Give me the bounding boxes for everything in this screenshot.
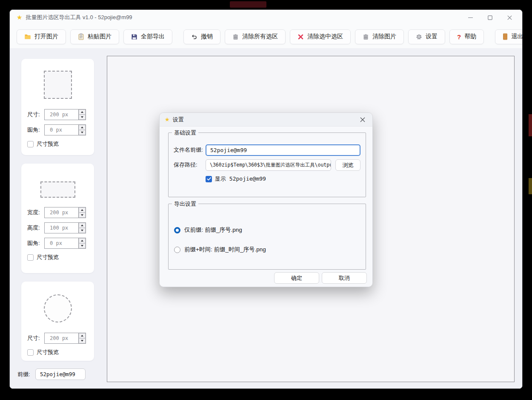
circle-shape-preview (44, 294, 72, 322)
button-label: 撤销 (201, 33, 213, 40)
spin-up-button[interactable] (79, 238, 86, 243)
dialog-star-icon: ★ (165, 116, 170, 123)
close-button[interactable] (503, 12, 516, 23)
spin-down-button[interactable] (79, 338, 86, 343)
settings-button[interactable]: 设置 (408, 29, 445, 44)
save-path-label: 保存路径: (174, 159, 197, 170)
radius-row: 圆角: (27, 238, 88, 249)
spin-down-button[interactable] (79, 130, 86, 135)
show-credit-checkbox[interactable]: 显示 52pojie@m99 (206, 175, 266, 183)
trash-icon (232, 34, 239, 40)
undo-button[interactable]: 撤销 (183, 29, 220, 44)
clear-image-button[interactable]: 清除图片 (355, 29, 404, 44)
screen: ★ 批量图片选区导出工具 v1.0 - 52pojie@m99 打开图片 (0, 0, 532, 400)
save-path-input[interactable] (206, 159, 331, 171)
button-label: 设置 (426, 33, 438, 40)
spin-down-button[interactable] (79, 213, 86, 218)
clear-selected-selection-button[interactable]: 清除选中选区 (290, 29, 351, 44)
app-star-icon: ★ (17, 14, 22, 21)
radius-spinner (44, 238, 86, 249)
radius-label: 圆角: (27, 239, 44, 247)
filename-prefix-input[interactable] (206, 144, 360, 156)
browse-button[interactable]: 浏览 (335, 159, 360, 171)
window-controls (463, 10, 516, 25)
export-settings-group: 导出设置 仅前缀: 前缀_序号.png 前缀+时间: 前缀_时间_序号.png (168, 204, 366, 270)
prefix-time-radio[interactable]: 前缀+时间: 前缀_时间_序号.png (174, 246, 266, 253)
size-label: 尺寸: (27, 334, 44, 342)
radio-selected-icon[interactable] (174, 227, 180, 233)
button-label: 清除图片 (372, 33, 396, 40)
dialog-close-button[interactable] (357, 115, 368, 125)
checkbox-box[interactable] (27, 349, 34, 356)
radio-label: 仅前缀: 前缀_序号.png (184, 226, 242, 234)
open-image-button[interactable]: 打开图片 (17, 29, 66, 44)
window-title: 批量图片选区导出工具 v1.0 - 52pojie@m99 (26, 14, 132, 21)
spin-up-button[interactable] (79, 223, 86, 228)
size-preview-checkbox[interactable]: 尺寸预览 (27, 253, 88, 261)
red-x-icon (297, 34, 304, 40)
size-label: 尺寸: (27, 111, 44, 118)
spin-up-button[interactable] (79, 333, 86, 338)
checkbox-checked-box[interactable] (206, 176, 212, 182)
trash-icon (363, 34, 369, 40)
size-spinner (44, 109, 86, 120)
checkbox-box[interactable] (27, 141, 34, 147)
height-input[interactable] (45, 223, 78, 233)
ok-button[interactable]: 确定 (274, 272, 319, 284)
cancel-button[interactable]: 取消 (322, 272, 367, 284)
height-row: 高度: (27, 222, 88, 233)
button-label: 全部导出 (141, 33, 165, 40)
size-preview-checkbox[interactable]: 尺寸预览 (27, 348, 88, 356)
square-selection-panel: 尺寸: 圆角: 尺寸预览 (21, 59, 94, 155)
spin-down-button[interactable] (79, 115, 86, 120)
radius-row: 圆角: (27, 124, 88, 135)
size-input[interactable] (45, 109, 78, 120)
spin-up-button[interactable] (79, 207, 86, 213)
dialog-titlebar: ★ 设置 (160, 113, 372, 127)
basic-settings-group: 基础设置 文件名前缀: 保存路径: 浏览 显示 52pojie@m99 (168, 132, 366, 197)
button-label: 粘贴图片 (88, 33, 112, 40)
spin-up-button[interactable] (79, 109, 86, 115)
question-icon: ? (457, 34, 461, 40)
minimize-button[interactable] (463, 12, 477, 23)
spin-down-button[interactable] (79, 243, 86, 248)
size-spinner (44, 333, 86, 344)
radio-unselected-icon[interactable] (174, 247, 180, 253)
radius-label: 圆角: (27, 126, 44, 134)
desktop-artifact (529, 114, 532, 136)
paste-image-button[interactable]: 粘贴图片 (70, 29, 119, 44)
radius-input[interactable] (45, 238, 78, 248)
exit-button[interactable]: 退出 (495, 29, 523, 44)
checkbox-label: 尺寸预览 (37, 140, 59, 148)
export-all-button[interactable]: 全部导出 (123, 29, 172, 44)
prefix-row: 前缀: (17, 368, 86, 380)
maximize-button[interactable] (483, 12, 497, 23)
height-label: 高度: (27, 224, 44, 232)
rectangle-selection-panel: 宽度: 高度: 圆角: (21, 164, 94, 273)
prefix-input[interactable] (35, 368, 86, 380)
help-button[interactable]: ? 帮助 (449, 29, 484, 44)
radius-spinner (44, 124, 86, 135)
save-icon (131, 34, 137, 40)
desktop-artifact (230, 1, 266, 8)
size-row: 尺寸: (27, 109, 88, 120)
spin-down-button[interactable] (79, 228, 86, 233)
folder-icon (24, 33, 31, 40)
button-label: 清除所有选区 (242, 33, 278, 40)
settings-dialog: ★ 设置 基础设置 文件名前缀: 保存路径: 浏览 显示 52pojie@ (159, 112, 373, 287)
gear-icon (416, 34, 422, 40)
checkbox-box[interactable] (27, 254, 34, 261)
button-label: 帮助 (464, 33, 476, 40)
toolbar: 打开图片 粘贴图片 全部导出 撤销 清除所有选区 清除选中选区 (10, 25, 522, 48)
spin-up-button[interactable] (79, 125, 86, 130)
size-input[interactable] (45, 333, 78, 343)
radius-input[interactable] (45, 125, 78, 135)
button-label: 打开图片 (34, 33, 58, 40)
clear-all-selections-button[interactable]: 清除所有选区 (225, 29, 286, 44)
button-label: 退出 (511, 33, 523, 40)
clipboard-icon (78, 33, 84, 40)
prefix-only-radio[interactable]: 仅前缀: 前缀_序号.png (174, 226, 242, 234)
size-preview-checkbox[interactable]: 尺寸预览 (27, 140, 88, 148)
width-input[interactable] (45, 207, 78, 218)
group-title: 基础设置 (172, 129, 198, 137)
